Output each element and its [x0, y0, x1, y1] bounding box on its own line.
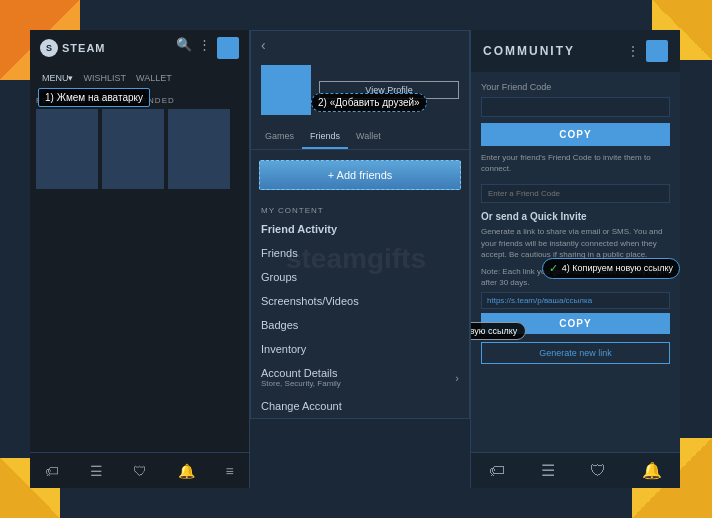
add-friends-button[interactable]: + Add friends — [259, 160, 461, 190]
nav-tab-menu[interactable]: MENU▾ — [38, 71, 78, 85]
invite-description: Enter your friend's Friend Code to invit… — [481, 152, 670, 174]
enter-friend-code-input[interactable] — [481, 184, 670, 203]
right-panel: COMMUNITY ⋮ Your Friend Code COPY Enter … — [470, 30, 680, 488]
copy-friend-code-button[interactable]: COPY — [481, 123, 670, 146]
steam-header-icons: 🔍 ⋮ — [176, 37, 239, 59]
account-details-arrow: › — [455, 372, 459, 384]
steam-icon: S — [40, 39, 58, 57]
tab-friends[interactable]: Friends — [302, 125, 348, 149]
menu-item-groups[interactable]: Groups — [251, 265, 469, 289]
profile-avatar[interactable] — [261, 65, 311, 115]
menu-item-change-account[interactable]: Change Account — [251, 394, 469, 418]
steam-logo: S STEAM — [40, 39, 106, 57]
featured-img-2 — [102, 109, 164, 189]
steam-text: STEAM — [62, 42, 106, 54]
bottom-shield-icon[interactable]: 🛡 — [133, 463, 147, 479]
check-icon: ✓ — [549, 262, 558, 275]
menu-item-inventory[interactable]: Inventory — [251, 337, 469, 361]
comm-shield-icon[interactable]: 🛡 — [590, 462, 606, 480]
expire-section: Note: Each link you generate will automa… — [481, 266, 670, 288]
nav-tabs: MENU▾ WISHLIST WALLET — [30, 66, 249, 90]
more-icon[interactable]: ⋮ — [198, 37, 211, 59]
quick-invite-label: Or send a Quick Invite — [481, 211, 670, 222]
comm-list-icon[interactable]: ☰ — [541, 461, 555, 480]
bottom-menu-icon[interactable]: ≡ — [226, 463, 234, 479]
bottom-tag-icon[interactable]: 🏷 — [45, 463, 59, 479]
profile-top: View Profile — [251, 59, 469, 125]
community-more-icon[interactable]: ⋮ — [626, 43, 640, 59]
annotation-step4: ✓ 4) Копируем новую ссылку — [542, 258, 680, 279]
middle-panel: ‹ View Profile 2) «Добавить друзей» Game… — [250, 30, 470, 488]
generate-link-button[interactable]: Generate new link — [481, 342, 670, 364]
community-bottom-nav: 🏷 ☰ 🛡 🔔 — [471, 452, 680, 488]
comm-tag-icon[interactable]: 🏷 — [489, 462, 505, 480]
menu-item-friend-activity[interactable]: Friend Activity — [251, 217, 469, 241]
featured-img-3 — [168, 109, 230, 189]
search-icon[interactable]: 🔍 — [176, 37, 192, 59]
annotation-step3: 3) Создаем новую ссылку — [471, 322, 526, 340]
generate-link-wrapper: Generate new link 3) Создаем новую ссылк… — [481, 342, 670, 364]
community-title: COMMUNITY — [483, 44, 620, 58]
menu-item-friends[interactable]: Friends — [251, 241, 469, 265]
account-details-sub: Store, Security, Family — [261, 379, 341, 388]
nav-tab-wishlist[interactable]: WISHLIST — [80, 71, 131, 85]
link-row: https://s.team/p/вашa/ссылка — [481, 292, 670, 309]
community-content: Your Friend Code COPY Enter your friend'… — [471, 72, 680, 452]
avatar[interactable] — [217, 37, 239, 59]
bottom-bell-icon[interactable]: 🔔 — [178, 463, 195, 479]
annotation-step2: 2) «Добавить друзей» — [311, 93, 427, 112]
featured-area: FEATURED & RECOMMENDED — [30, 90, 249, 452]
account-details-label: Account Details — [261, 367, 341, 379]
steam-left-panel: S STEAM 🔍 ⋮ 1) Жмем на аватарку MENU▾ WI… — [30, 30, 250, 488]
tab-wallet[interactable]: Wallet — [348, 125, 389, 149]
add-friends-wrapper: + Add friends — [251, 150, 469, 200]
nav-tab-wallet[interactable]: WALLET — [132, 71, 176, 85]
my-content-label: MY CONTENT — [251, 200, 469, 217]
friend-code-label: Your Friend Code — [481, 82, 670, 92]
menu-item-badges[interactable]: Badges — [251, 313, 469, 337]
annotation-step1: 1) Жмем на аватарку — [38, 88, 150, 107]
community-header: COMMUNITY ⋮ — [471, 30, 680, 72]
link-url-text: https://s.team/p/вашa/ссылка — [481, 292, 670, 309]
bottom-list-icon[interactable]: ☰ — [90, 463, 103, 479]
back-button[interactable]: ‹ — [251, 31, 469, 59]
tab-games[interactable]: Games — [257, 125, 302, 149]
steam-bottom-nav: 🏷 ☰ 🛡 🔔 ≡ — [30, 452, 249, 488]
comm-bell-icon[interactable]: 🔔 — [642, 461, 662, 480]
featured-images — [36, 109, 243, 189]
main-container: S STEAM 🔍 ⋮ 1) Жмем на аватарку MENU▾ WI… — [30, 30, 680, 488]
menu-item-screenshots[interactable]: Screenshots/Videos — [251, 289, 469, 313]
featured-img-1 — [36, 109, 98, 189]
quick-invite-desc: Generate a link to share via email or SM… — [481, 226, 670, 260]
account-details-item[interactable]: Account Details Store, Security, Family … — [251, 361, 469, 394]
profile-tabs: Games Friends Wallet — [251, 125, 469, 150]
community-avatar[interactable] — [646, 40, 668, 62]
profile-dropdown: ‹ View Profile 2) «Добавить друзей» Game… — [250, 30, 470, 419]
friend-code-input[interactable] — [481, 97, 670, 117]
steam-header: S STEAM 🔍 ⋮ — [30, 30, 249, 66]
